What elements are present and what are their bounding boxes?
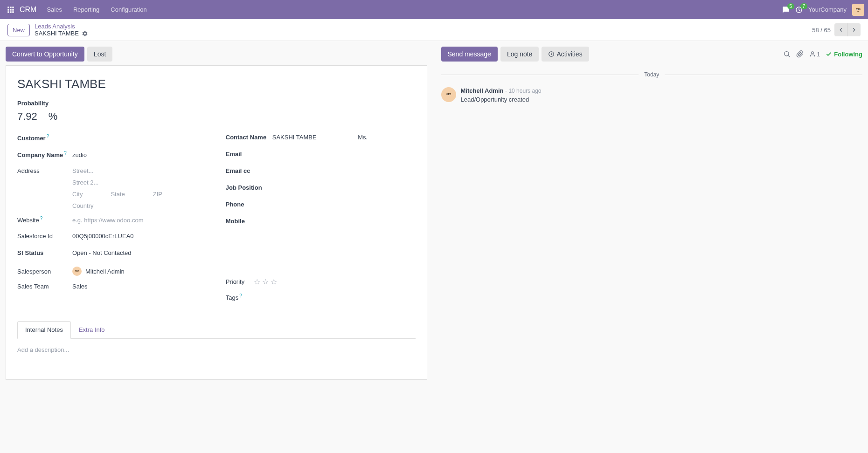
day-divider-label: Today (639, 71, 665, 78)
menu-sales[interactable]: Sales (42, 3, 67, 16)
pager: 58 / 65 (812, 27, 831, 34)
svg-point-15 (859, 9, 860, 10)
svg-rect-5 (12, 9, 14, 10)
svg-rect-7 (10, 11, 11, 13)
form-panel: Convert to Opportunity Lost SAKSHI TAMBE… (6, 47, 427, 380)
activities-badge: 7 (800, 3, 808, 9)
zip-field[interactable]: ZIP (153, 191, 162, 198)
help-icon[interactable]: ? (239, 293, 242, 298)
website-field[interactable]: e.g. https://www.odoo.com (72, 217, 143, 224)
breadcrumb-current: SAKSHI TAMBE (35, 30, 88, 37)
messages-button[interactable]: 5 (782, 6, 790, 14)
website-label: Website? (17, 216, 72, 224)
street2-field[interactable]: Street 2... (72, 179, 207, 186)
avatar-face-icon (854, 6, 862, 14)
star-icon[interactable]: ☆ (254, 277, 260, 286)
country-field[interactable]: Country (72, 202, 207, 209)
menu-reporting[interactable]: Reporting (69, 3, 104, 16)
control-panel: New Leads Analysis SAKSHI TAMBE 58 / 65 (0, 19, 868, 41)
state-field[interactable]: State (111, 191, 125, 198)
help-icon[interactable]: ? (40, 216, 43, 221)
job-position-label: Job Position (226, 184, 272, 191)
svg-point-27 (447, 94, 448, 95)
day-divider: Today (441, 71, 863, 78)
probability-value[interactable]: 7.92 (17, 110, 37, 123)
avatar-face-icon (74, 268, 80, 275)
svg-rect-2 (12, 7, 14, 8)
probability-label: Probability (17, 100, 416, 107)
control-panel-right: 58 / 65 (812, 23, 861, 36)
message-author[interactable]: Mitchell Admin (461, 87, 504, 94)
salesperson-label: Salesperson (17, 268, 72, 275)
breadcrumb: Leads Analysis SAKSHI TAMBE (35, 23, 88, 37)
following-button[interactable]: Following (826, 51, 862, 58)
svg-point-28 (449, 94, 450, 95)
message-time: - 10 hours ago (505, 88, 541, 94)
new-button[interactable]: New (7, 24, 30, 36)
clock-icon (548, 51, 555, 57)
gear-icon[interactable] (82, 30, 88, 37)
apps-launcher[interactable] (4, 3, 18, 17)
svg-rect-6 (7, 11, 9, 13)
street-field[interactable]: Street... (72, 167, 207, 174)
svg-rect-8 (12, 11, 14, 13)
search-icon[interactable] (783, 50, 791, 58)
contact-name-label: Contact Name (226, 134, 272, 141)
address-label: Address (17, 167, 72, 174)
salesforce-id-label: Salesforce Id (17, 233, 72, 240)
pager-buttons (834, 23, 861, 36)
sf-status-field[interactable]: Open - Not Contacted (72, 249, 207, 256)
svg-point-18 (76, 270, 76, 271)
send-message-button[interactable]: Send message (441, 47, 498, 62)
user-avatar[interactable] (852, 4, 864, 16)
help-icon[interactable]: ? (64, 151, 67, 156)
activities-button[interactable]: 7 (795, 6, 803, 14)
form-sheet: SAKSHI TAMBE Probability 7.92 % Customer… (6, 65, 427, 380)
pager-sep: / (819, 27, 824, 34)
customer-label: Customer? (17, 134, 72, 142)
contact-name-field[interactable]: SAKSHI TAMBE (272, 134, 330, 141)
form-tabs: Internal Notes Extra Info (17, 321, 416, 339)
chatter-toolbar: Send message Log note Activities 1 Follo… (441, 47, 863, 62)
lost-button[interactable]: Lost (87, 47, 112, 62)
city-field[interactable]: City (72, 191, 83, 198)
breadcrumb-parent[interactable]: Leads Analysis (35, 23, 88, 30)
svg-point-19 (77, 270, 78, 271)
message-avatar[interactable] (441, 87, 456, 102)
sales-team-field[interactable]: Sales (72, 283, 207, 290)
pager-next[interactable] (847, 23, 861, 36)
description-field[interactable]: Add a description... (17, 346, 416, 353)
company-name-field[interactable]: zudio (72, 151, 207, 158)
log-note-button[interactable]: Log note (500, 47, 539, 62)
chatter-message: Mitchell Admin - 10 hours ago Lead/Oppor… (441, 87, 863, 103)
company-selector[interactable]: YourCompany (808, 6, 847, 13)
salesperson-field[interactable]: Mitchell Admin (72, 267, 125, 276)
tab-extra-info[interactable]: Extra Info (71, 321, 113, 338)
star-icon[interactable]: ☆ (262, 277, 269, 286)
chevron-left-icon (838, 27, 844, 33)
sf-status-label: Sf Status (17, 249, 72, 256)
attachment-icon[interactable] (796, 50, 804, 58)
svg-point-21 (785, 52, 789, 56)
followers-button[interactable]: 1 (809, 51, 820, 58)
email-cc-label: Email cc (226, 167, 272, 174)
priority-stars[interactable]: ☆ ☆ ☆ (254, 277, 277, 286)
star-icon[interactable]: ☆ (271, 277, 277, 286)
tab-internal-notes[interactable]: Internal Notes (17, 321, 71, 339)
help-icon[interactable]: ? (47, 134, 49, 139)
tab-content: Add a description... (17, 339, 416, 361)
activities-button[interactable]: Activities (542, 47, 589, 62)
address-block: Street... Street 2... City State ZIP Cou… (72, 167, 207, 209)
pager-current[interactable]: 58 (812, 27, 819, 34)
message-body: Mitchell Admin - 10 hours ago Lead/Oppor… (461, 87, 863, 103)
avatar-face-icon (444, 90, 453, 99)
salesforce-id-field[interactable]: 00Q5j00000cErLUEA0 (72, 233, 207, 240)
pager-prev[interactable] (834, 23, 847, 36)
title-field[interactable]: Ms. (358, 134, 415, 141)
salesperson-name: Mitchell Admin (85, 268, 125, 275)
menu-configuration[interactable]: Configuration (106, 3, 151, 16)
app-name[interactable]: CRM (20, 6, 36, 14)
lead-name-title[interactable]: SAKSHI TAMBE (17, 77, 416, 91)
statusbar: Convert to Opportunity Lost (6, 47, 427, 62)
convert-to-opportunity-button[interactable]: Convert to Opportunity (6, 47, 84, 62)
